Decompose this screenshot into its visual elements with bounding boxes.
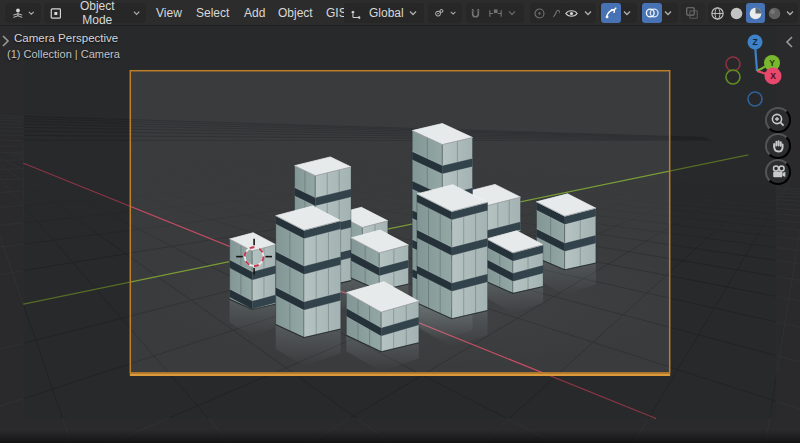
menu-object[interactable]: Object [272,3,319,23]
chevron-down-icon [623,10,631,16]
snap-increment-icon [488,7,503,20]
pivot-point-dropdown[interactable] [428,3,462,23]
menu-view[interactable]: View [150,3,188,23]
proportional-circle-icon [533,7,546,20]
gizmo-arrow-icon [601,3,621,23]
transform-orientation-dropdown[interactable]: Global [344,3,424,23]
editor-3d-viewport-icon [11,6,23,21]
editor-type-button[interactable] [5,3,41,23]
object-visibility-dropdown[interactable] [560,3,596,23]
gizmo-minus-y-ball[interactable] [726,70,740,84]
tower[interactable] [487,231,543,313]
visibility-eye-icon [564,7,579,20]
mode-dropdown[interactable]: Object Mode [44,3,146,23]
pan-button[interactable] [765,133,791,159]
gizmo-minus-z-ball[interactable] [748,92,762,106]
shading-mode-group [708,3,798,23]
camera-view-button[interactable] [765,159,791,185]
viewport-header: Object Mode View Select Add Object GIS G… [0,0,800,26]
menu-add[interactable]: Add [238,3,271,23]
context-path-label: (1) Collection | Camera [7,48,120,60]
chevron-down-icon [786,10,794,16]
gizmo-minus-x-ball[interactable] [726,57,740,71]
xray-icon [685,6,699,20]
xray-toggle[interactable] [681,3,705,23]
chevron-down-icon [450,10,456,16]
chevron-down-icon [409,10,417,16]
hand-icon [770,138,786,154]
chevron-down-icon [508,10,516,16]
snap-toggle-button[interactable] [466,3,485,23]
chevron-down-icon [664,10,672,16]
shading-wireframe-button[interactable] [708,3,727,23]
rendered-sphere-icon [767,6,782,21]
chevron-down-icon [584,10,592,16]
zoom-button[interactable] [765,107,791,133]
gizmo-z-label: Z [752,37,757,47]
shading-solid-button[interactable] [727,3,746,23]
gizmo-y-label: Y [769,58,775,68]
overlays-icon [642,3,662,23]
magnifier-plus-icon [770,112,786,128]
3d-viewport[interactable]: Camera Perspective (1) Collection | Came… [0,26,800,443]
wireframe-sphere-icon [710,6,725,21]
tower[interactable] [536,194,595,295]
shading-rendered-button[interactable] [765,3,784,23]
pivot-median-icon [434,6,445,20]
camera-icon [770,164,787,180]
tower[interactable] [230,233,276,337]
solid-sphere-icon [729,6,744,21]
mode-label: Object Mode [67,0,128,27]
orientation-label: Global [369,6,404,20]
show-overlays-toggle[interactable] [640,3,678,23]
view-name-label: Camera Perspective [14,32,118,44]
toolbar-expand-arrow[interactable] [0,34,10,48]
proportional-editing-toggle[interactable] [530,3,549,23]
chevron-down-icon [133,10,140,16]
chevron-down-icon [28,10,35,16]
menu-select[interactable]: Select [190,3,235,23]
show-gizmos-toggle[interactable] [599,3,637,23]
orientation-axes-icon [350,7,364,20]
gizmo-x-label: X [770,71,776,81]
blender-window: Object Mode View Select Add Object GIS G… [0,0,800,443]
snap-settings-dropdown[interactable] [485,3,519,23]
magnet-icon [469,7,482,20]
tower[interactable] [276,206,341,366]
navigation-gizmo[interactable]: Z Y X [712,28,796,112]
material-sphere-icon [748,6,763,21]
object-mode-icon [50,7,62,20]
tower[interactable] [417,185,488,347]
snapping-group [466,3,524,23]
shading-material-preview-button[interactable] [746,3,765,23]
viewport-canvas[interactable] [0,26,800,443]
